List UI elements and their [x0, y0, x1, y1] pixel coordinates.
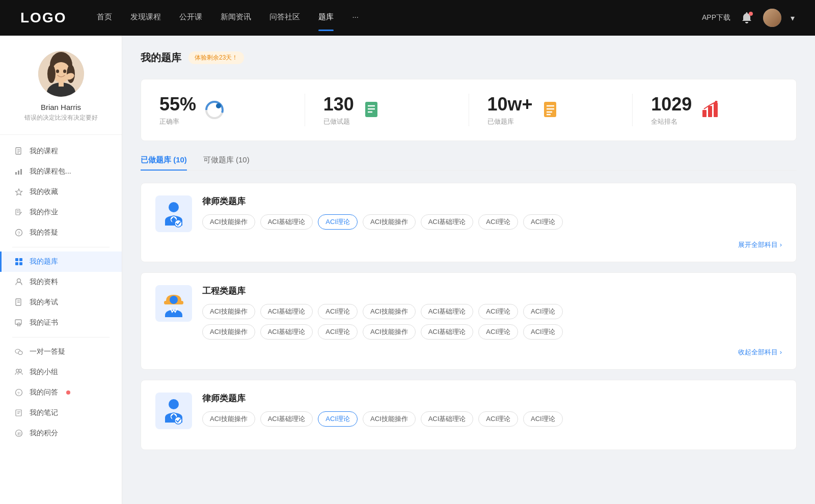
page-title: 我的题库 [141, 51, 181, 65]
sidebar-item-questions[interactable]: ? 我的问答 [0, 382, 122, 403]
svg-rect-58 [702, 110, 707, 117]
svg-rect-6 [59, 80, 64, 87]
sidebar-item-homework[interactable]: 我的作业 [0, 202, 122, 222]
rank-number: 1029 [651, 94, 692, 115]
tab-done[interactable]: 已做题库 (10) [141, 155, 187, 170]
accuracy-label: 正确率 [159, 117, 196, 126]
expand-button-1[interactable]: 展开全部科目 › [738, 240, 782, 249]
tag-active[interactable]: ACI理论 [318, 411, 358, 427]
tag[interactable]: ACI理论 [523, 324, 563, 340]
svg-point-66 [170, 296, 178, 304]
tag[interactable]: ACI基础理论 [421, 304, 474, 319]
card-footer-1: 展开全部科目 › [155, 240, 782, 249]
sidebar-label-1v1: 一对一答疑 [30, 347, 65, 356]
nav-home[interactable]: 首页 [97, 12, 112, 24]
nav-qbank[interactable]: 题库 [318, 12, 334, 24]
tags-row-3: ACI技能操作 ACI基础理论 ACI理论 ACI技能操作 ACI基础理论 AC… [202, 411, 782, 427]
tag[interactable]: ACI技能操作 [363, 214, 416, 230]
qbank-card-lawyer-2: 律师类题库 ACI技能操作 ACI基础理论 ACI理论 ACI技能操作 ACI基… [141, 380, 797, 450]
tag[interactable]: ACI技能操作 [363, 304, 416, 319]
nav-links: 首页 发现课程 公开课 新闻资讯 问答社区 题库 ··· [97, 12, 702, 24]
notification-dot [749, 12, 753, 16]
svg-point-7 [56, 70, 59, 73]
nav-news[interactable]: 新闻资讯 [221, 12, 251, 24]
sidebar-item-1v1[interactable]: 一对一答疑 [0, 342, 122, 362]
tag[interactable]: ACI基础理论 [260, 411, 313, 427]
tag[interactable]: ACI技能操作 [363, 324, 416, 340]
tag[interactable]: ACI基础理论 [260, 214, 313, 230]
chart-icon [14, 167, 23, 176]
nav-more[interactable]: ··· [352, 12, 359, 24]
tag[interactable]: ACI理论 [523, 214, 563, 230]
sidebar-item-exam[interactable]: 我的考试 [0, 292, 122, 313]
tag[interactable]: ACI基础理论 [421, 324, 474, 340]
sidebar-item-qa[interactable]: ? 我的答疑 [0, 222, 122, 243]
qbank-info-3: 律师类题库 ACI技能操作 ACI基础理论 ACI理论 ACI技能操作 ACI基… [202, 393, 782, 427]
nav-qa[interactable]: 问答社区 [269, 12, 300, 24]
stat-accuracy: 55% 正确率 [141, 94, 305, 126]
svg-point-8 [63, 70, 66, 73]
tag[interactable]: ACI理论 [478, 324, 518, 340]
qbank-name-1: 律师类题库 [202, 195, 782, 207]
nav-logo: LOGO [20, 10, 66, 26]
sidebar-item-qbank[interactable]: 我的题库 [0, 251, 122, 272]
navbar: LOGO 首页 发现课程 公开课 新闻资讯 问答社区 题库 ··· APP下载 … [0, 0, 815, 36]
tags-row-2b: ACI技能操作 ACI基础理论 ACI理论 ACI技能操作 ACI基础理论 AC… [202, 324, 782, 340]
tag[interactable]: ACI理论 [478, 304, 518, 319]
tag[interactable]: ACI基础理论 [421, 214, 474, 230]
sidebar-item-notes[interactable]: 我的笔记 [0, 403, 122, 423]
user-dropdown-chevron[interactable]: ▾ [791, 13, 795, 23]
stats-bar: 55% 正确率 130 已做试题 [141, 79, 797, 141]
tag[interactable]: ACI理论 [318, 304, 358, 319]
tag[interactable]: ACI基础理论 [260, 324, 313, 340]
chat-icon [14, 347, 23, 356]
tag[interactable]: ACI技能操作 [202, 304, 255, 319]
qbank-name-2: 工程类题库 [202, 285, 782, 297]
sidebar-item-favorites[interactable]: 我的收藏 [0, 182, 122, 202]
card-footer-2: 收起全部科目 › [155, 348, 782, 357]
sidebar-item-cert[interactable]: 我的证书 [0, 313, 122, 333]
tag[interactable]: ACI理论 [523, 304, 563, 319]
nav-open[interactable]: 公开课 [179, 12, 202, 24]
svg-rect-59 [708, 106, 712, 117]
trial-badge: 体验剩余23天！ [188, 51, 244, 64]
sidebar-item-my-course[interactable]: 我的课程 [0, 141, 122, 161]
tag-active[interactable]: ACI理论 [318, 214, 358, 230]
sidebar-item-profile[interactable]: 我的资料 [0, 272, 122, 292]
tag[interactable]: ACI技能操作 [202, 324, 255, 340]
tag[interactable]: ACI基础理论 [260, 304, 313, 319]
user-avatar[interactable] [763, 9, 781, 27]
tag[interactable]: ACI理论 [318, 324, 358, 340]
stat-questions-done: 130 已做试题 [305, 94, 469, 126]
svg-rect-15 [18, 171, 19, 175]
notification-bell[interactable] [740, 11, 754, 25]
engineer-icon [155, 285, 192, 322]
questions-label: 已做试题 [323, 117, 354, 126]
svg-line-33 [18, 326, 18, 327]
tag[interactable]: ACI基础理论 [421, 411, 474, 427]
tag[interactable]: ACI理论 [523, 411, 563, 427]
nav-right: APP下载 ▾ [702, 9, 795, 27]
app-download-button[interactable]: APP下载 [702, 13, 730, 22]
tag[interactable]: ACI理论 [478, 214, 518, 230]
note-icon [14, 408, 23, 417]
tag[interactable]: ACI技能操作 [202, 411, 255, 427]
qa-icon: ? [14, 388, 23, 397]
collapse-button[interactable]: 收起全部科目 › [738, 348, 782, 357]
svg-marker-17 [16, 189, 22, 195]
sidebar-item-course-pkg[interactable]: 我的课程包... [0, 161, 122, 182]
qbank-header-1: 律师类题库 ACI技能操作 ACI基础理论 ACI理论 ACI技能操作 ACI基… [155, 195, 782, 232]
sidebar-item-points[interactable]: 积 我的积分 [0, 423, 122, 443]
tag[interactable]: ACI技能操作 [202, 214, 255, 230]
cert-icon [14, 318, 23, 327]
tag[interactable]: ACI技能操作 [363, 411, 416, 427]
tag[interactable]: ACI理论 [478, 411, 518, 427]
qbank-card-lawyer-1: 律师类题库 ACI技能操作 ACI基础理论 ACI理论 ACI技能操作 ACI基… [141, 183, 797, 262]
sidebar-item-group[interactable]: 我的小组 [0, 362, 122, 382]
sidebar-label-profile: 我的资料 [30, 277, 58, 287]
profile-motto: 错误的决定比没有决定要好 [14, 114, 108, 122]
tab-available[interactable]: 可做题库 (10) [203, 155, 250, 170]
tags-row-2a: ACI技能操作 ACI基础理论 ACI理论 ACI技能操作 ACI基础理论 AC… [202, 304, 782, 319]
banks-number: 10w+ [487, 94, 533, 115]
nav-discover[interactable]: 发现课程 [130, 12, 161, 24]
